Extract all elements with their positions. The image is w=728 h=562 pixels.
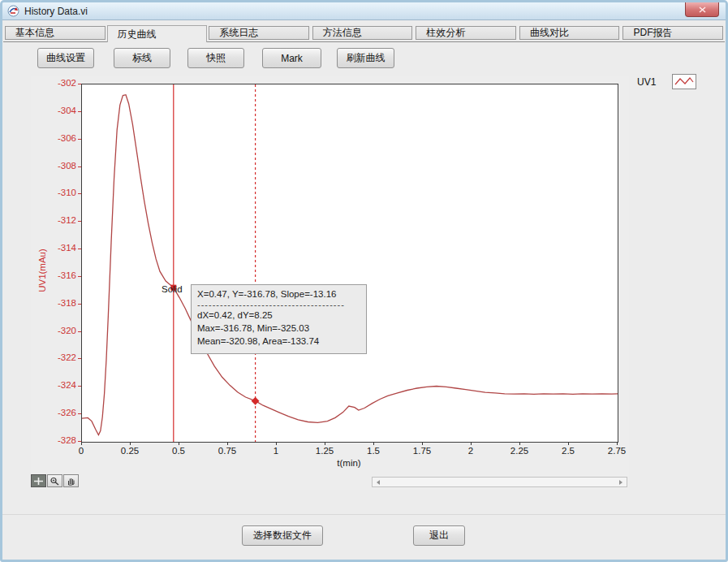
y-tick-label: -322 — [44, 352, 76, 362]
x-tick-label: 2 — [453, 446, 489, 456]
series-UV1 — [82, 95, 618, 435]
y-tick-label: -328 — [44, 435, 76, 445]
x-tick-label: 0.75 — [209, 446, 245, 456]
plot-area[interactable] — [81, 84, 618, 443]
annotation-separator: --------------------------------------- — [197, 300, 360, 309]
y-tick-label: -320 — [44, 326, 76, 335]
tab-curve-compare[interactable]: 曲线对比 — [519, 26, 620, 40]
y-tick-label: -308 — [44, 161, 76, 171]
y-tick-label: -316 — [44, 270, 76, 280]
graph-palette — [31, 474, 79, 487]
x-tick-label: 1.75 — [404, 446, 440, 456]
x-tick-label: 1.5 — [355, 446, 391, 456]
close-icon — [699, 6, 706, 13]
x-tick-label: 2.25 — [502, 446, 537, 456]
y-tick-label: -324 — [44, 380, 76, 390]
snapshot-button[interactable]: 快照 — [187, 48, 244, 68]
y-tick-label: -314 — [44, 243, 76, 253]
tab-label: 系统日志 — [219, 26, 258, 40]
tab-label: 方法信息 — [323, 26, 362, 40]
x-tick-label: 2.5 — [550, 446, 586, 456]
cursor-name-label[interactable]: Solid — [162, 284, 183, 294]
legend-line-style-icon[interactable] — [672, 74, 696, 89]
tab-system-log[interactable]: 系统日志 — [209, 26, 309, 40]
window-title: History Data.vi — [24, 6, 88, 17]
cursor-tool-button[interactable] — [31, 474, 46, 487]
close-button[interactable] — [685, 2, 719, 17]
mark-button[interactable]: Mark — [262, 48, 321, 68]
cursor-marker-diamond[interactable] — [252, 397, 260, 405]
annotation-line-4: Mean=-320.98, Area=-133.74 — [197, 335, 360, 348]
select-data-file-button[interactable]: 选择数据文件 — [242, 525, 323, 546]
y-tick-label: -318 — [44, 298, 76, 308]
hand-icon — [66, 477, 76, 486]
refresh-curve-button[interactable]: 刷新曲线 — [337, 48, 394, 68]
tab-history-curve[interactable]: 历史曲线 — [107, 25, 208, 42]
tab-label: 历史曲线 — [118, 28, 157, 41]
right-arrow-icon — [619, 480, 622, 485]
y-tick-label: -302 — [44, 78, 76, 88]
x-tick-label: 1 — [258, 446, 294, 456]
tab-bar: 基本信息历史曲线系统日志方法信息柱效分析曲线对比PDF报告 — [3, 25, 725, 42]
y-tick-label: -326 — [44, 408, 76, 417]
footer-divider — [2, 514, 726, 515]
x-tick-label: 0.25 — [112, 446, 148, 456]
exit-button[interactable]: 退出 — [413, 525, 465, 546]
annotation-line-1: X=0.47, Y=-316.78, Slope=-13.16 — [197, 287, 360, 300]
app-icon — [7, 5, 19, 17]
horizontal-scrollbar[interactable] — [372, 477, 627, 487]
app-window: History Data.vi 基本信息历史曲线系统日志方法信息柱效分析曲线对比… — [0, 0, 728, 562]
x-axis-title: t(min) — [337, 458, 360, 468]
annotation-line-2: dX=0.42, dY=8.25 — [197, 309, 360, 322]
y-tick-label: -310 — [44, 188, 76, 197]
left-arrow-icon — [377, 480, 380, 485]
scroll-right-button[interactable] — [615, 478, 627, 486]
marker-line-button[interactable]: 标线 — [114, 48, 170, 68]
scroll-left-button[interactable] — [373, 478, 384, 486]
zoom-tool-button[interactable] — [47, 474, 62, 487]
tab-basic-info[interactable]: 基本信息 — [5, 26, 106, 40]
plot-legend[interactable]: UV1 — [637, 74, 696, 89]
x-tick-label: 0.5 — [161, 446, 196, 456]
tab-method-info[interactable]: 方法信息 — [312, 26, 413, 40]
y-tick-label: -312 — [44, 215, 76, 225]
y-tick-label: -304 — [44, 106, 76, 115]
legend-series-label: UV1 — [637, 76, 656, 88]
y-tick-label: -306 — [44, 133, 76, 143]
x-tick-label: 1.25 — [307, 446, 342, 456]
tab-column-efficiency[interactable]: 柱效分析 — [416, 26, 516, 40]
tab-pdf-report[interactable]: PDF报告 — [622, 26, 723, 40]
annotation-line-3: Max=-316.78, Min=-325.03 — [197, 322, 360, 335]
tab-label: PDF报告 — [633, 26, 672, 40]
tab-label: 曲线对比 — [530, 26, 569, 40]
crosshair-icon — [33, 477, 44, 486]
cursor-annotation-box[interactable]: X=0.47, Y=-316.78, Slope=-13.16 --------… — [191, 284, 367, 354]
x-tick-label: 2.75 — [599, 446, 635, 456]
curve-settings-button[interactable]: 曲线设置 — [37, 48, 94, 68]
x-tick-label: 0 — [63, 446, 99, 456]
magnifier-icon — [50, 477, 60, 486]
title-bar[interactable]: History Data.vi — [2, 2, 726, 20]
tab-label: 柱效分析 — [426, 26, 465, 40]
pan-tool-button[interactable] — [63, 474, 79, 487]
waveform-graph: UV1(mAu) t(min) -302-304-306-308-310-312… — [31, 76, 629, 490]
tab-label: 基本信息 — [15, 26, 54, 40]
